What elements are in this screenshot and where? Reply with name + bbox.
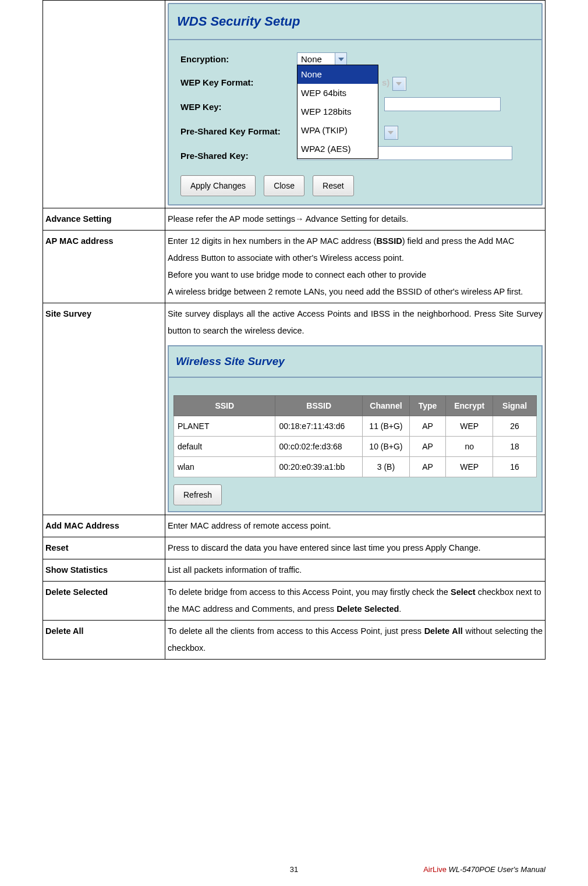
survey-header: Encrypt	[446, 396, 493, 416]
survey-header: Channel	[362, 396, 409, 416]
row-label: Reset	[43, 537, 165, 559]
close-button[interactable]: Close	[264, 175, 304, 196]
survey-header: SSID	[174, 396, 275, 416]
row-label: Add MAC Address	[43, 515, 165, 537]
row-text: Enter MAC address of remote access point…	[168, 518, 543, 534]
row0-label	[43, 1, 165, 208]
row-value: Please refer the AP mode settings→ Advan…	[165, 208, 546, 231]
encryption-option[interactable]: None	[297, 65, 378, 84]
row-text: To delete bridge from access to this Acc…	[168, 584, 543, 618]
row-label: Site Survey	[43, 303, 165, 515]
row-label: AP MAC address	[43, 231, 165, 303]
wds-security-panel: WDS Security Setup Encryption: None	[168, 3, 543, 205]
survey-header: BSSID	[275, 396, 363, 416]
row-text: A wireless bridge between 2 remote LANs,…	[168, 283, 543, 300]
row-value: To delete bridge from access to this Acc…	[165, 582, 546, 621]
encryption-option[interactable]: WEP 128bits	[297, 102, 378, 121]
site-survey-title: Wireless Site Survey	[169, 346, 541, 378]
row-text: Press to discard the data you have enter…	[168, 540, 543, 557]
chevron-down-icon	[393, 77, 405, 90]
row-value: Enter MAC address of remote access point…	[165, 515, 546, 537]
encryption-label: Encryption:	[180, 54, 297, 65]
chevron-down-icon	[335, 53, 346, 66]
row-label: Advance Setting	[43, 208, 165, 231]
survey-header: Type	[409, 396, 445, 416]
site-survey-intro: Site survey displays all the active Acce…	[168, 306, 543, 339]
footer-right: AirLive WL-5470POE User's Manual	[423, 865, 546, 874]
psk-label: Pre-Shared Key:	[180, 150, 297, 162]
site-survey-panel: Wireless Site Survey SSID BSSID Channel …	[168, 345, 543, 512]
psk-format-label: Pre-Shared Key Format:	[180, 126, 297, 137]
apply-changes-button[interactable]: Apply Changes	[180, 175, 256, 196]
table-row: default 00:c0:02:fe:d3:68 10 (B+G) AP no…	[174, 437, 537, 457]
brand: AirLive	[423, 865, 448, 874]
wep-key-input[interactable]	[384, 97, 501, 111]
psk-format-select	[384, 126, 398, 140]
wep-format-select	[392, 77, 406, 91]
row-value: Enter 12 digits in hex numbers in the AP…	[165, 231, 546, 303]
wep-format-label: WEP Key Format:	[180, 77, 297, 88]
row-label: Delete All	[43, 621, 165, 660]
row-label: Show Statistics	[43, 559, 165, 582]
wds-title: WDS Security Setup	[169, 4, 541, 40]
row-value: Press to discard the data you have enter…	[165, 537, 546, 559]
wep-format-ghost: s)	[381, 77, 389, 87]
site-survey-table: SSID BSSID Channel Type Encrypt Signal P…	[173, 395, 537, 477]
refresh-button[interactable]: Refresh	[173, 484, 222, 505]
encryption-option[interactable]: WPA2 (AES)	[297, 140, 378, 158]
chevron-down-icon	[385, 126, 396, 139]
row-value: List all packets information of traffic.	[165, 559, 546, 582]
reset-button[interactable]: Reset	[313, 175, 354, 196]
row-text: List all packets information of traffic.	[168, 562, 543, 579]
settings-table: WDS Security Setup Encryption: None	[42, 0, 546, 660]
encryption-dropdown: None WEP 64bits WEP 128bits WPA (TKIP) W…	[297, 65, 378, 159]
encryption-option[interactable]: WEP 64bits	[297, 84, 378, 102]
row-value: Site survey displays all the active Acce…	[165, 303, 546, 515]
product-name: WL-5470POE User's Manual	[449, 865, 546, 874]
table-row: PLANET 00:18:e7:11:43:d6 11 (B+G) AP WEP…	[174, 416, 537, 437]
row-text: Before you want to use bridge mode to co…	[168, 267, 543, 283]
row-text: Enter 12 digits in hex numbers in the AP…	[168, 233, 543, 267]
row-label: Delete Selected	[43, 582, 165, 621]
table-row: wlan 00:20:e0:39:a1:bb 3 (B) AP WEP 16	[174, 457, 537, 477]
encryption-option[interactable]: WPA (TKIP)	[297, 121, 378, 140]
row0-value: WDS Security Setup Encryption: None	[165, 1, 546, 208]
survey-header: Signal	[493, 396, 537, 416]
row-text: To delete all the clients from access to…	[168, 623, 543, 657]
wep-key-label: WEP Key:	[180, 101, 297, 113]
row-value: To delete all the clients from access to…	[165, 621, 546, 660]
row-text: Please refer the AP mode settings→ Advan…	[168, 211, 543, 228]
